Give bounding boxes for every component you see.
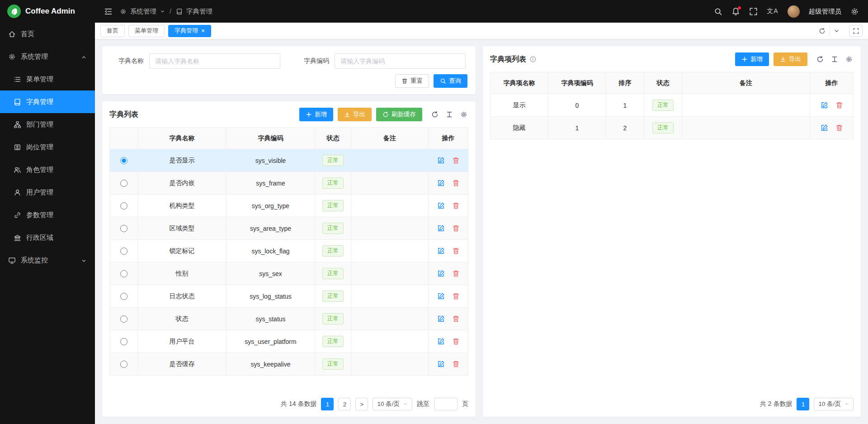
username[interactable]: 超级管理员 (809, 7, 842, 16)
dict-table-row[interactable]: 区域类型 sys_area_type 正常 (110, 217, 468, 240)
sidebar-item-region-mgmt[interactable]: 行政区域 (0, 226, 95, 249)
jump-page-input[interactable] (434, 398, 458, 410)
delete-icon[interactable] (452, 157, 460, 164)
page-1-button[interactable]: 1 (321, 398, 334, 410)
edit-icon[interactable] (437, 202, 445, 210)
row-radio[interactable] (120, 338, 127, 345)
tab-menu-mgmt[interactable]: 菜单管理 (128, 25, 165, 37)
chevron-down-icon[interactable] (829, 25, 844, 37)
sidebar-item-home[interactable]: 首页 (0, 23, 95, 45)
page-1-button[interactable]: 1 (797, 398, 809, 410)
export-dict-button[interactable]: 导出 (338, 108, 372, 121)
content-fullscreen-icon[interactable] (849, 25, 863, 37)
edit-icon[interactable] (437, 292, 445, 300)
table-density-icon[interactable] (445, 110, 454, 119)
translate-icon[interactable]: 文A (767, 7, 778, 15)
tab-dict-mgmt[interactable]: 字典管理× (168, 25, 211, 37)
refresh-icon[interactable] (816, 55, 825, 64)
dict-table-row[interactable]: 状态 sys_status 正常 (110, 308, 468, 330)
page-2-button[interactable]: 2 (338, 398, 351, 410)
page-size-select[interactable]: 10 条/页 (373, 398, 412, 410)
delete-icon[interactable] (452, 338, 460, 345)
query-button[interactable]: 查询 (434, 74, 467, 88)
row-radio[interactable] (120, 180, 127, 187)
dict-table-row[interactable]: 日志状态 sys_log_status 正常 (110, 285, 468, 308)
refresh-cache-button[interactable]: 刷新缓存 (376, 108, 422, 121)
row-radio[interactable] (120, 225, 127, 232)
sidebar-submenu-system: 菜单管理 字典管理 部门管理 岗位管理 角色管理 用户管理 (0, 68, 95, 249)
dict-table-row[interactable]: 锁定标记 sys_lock_flag 正常 (110, 240, 468, 262)
edit-icon[interactable] (821, 124, 828, 132)
row-radio[interactable] (120, 157, 127, 164)
edit-icon[interactable] (437, 360, 445, 368)
sidebar-group-system[interactable]: 系统管理 (0, 45, 95, 68)
delete-icon[interactable] (835, 101, 843, 109)
delete-icon[interactable] (452, 247, 460, 255)
dict-table-row[interactable]: 用户平台 sys_user_platform 正常 (110, 330, 468, 353)
app-logo[interactable]: Coffee Admin (0, 0, 95, 23)
add-dict-button[interactable]: 新增 (299, 108, 333, 121)
delete-icon[interactable] (452, 202, 460, 210)
dict-table-row[interactable]: 机构类型 sys_org_type 正常 (110, 195, 468, 217)
edit-icon[interactable] (437, 338, 445, 345)
sidebar-group-monitor[interactable]: 系统监控 (0, 249, 95, 272)
export-dict-item-button[interactable]: 导出 (774, 52, 807, 66)
sidebar-item-post-mgmt[interactable]: 岗位管理 (0, 136, 95, 158)
dict-table-row[interactable]: 是否内嵌 sys_frame 正常 (110, 172, 468, 195)
sidebar-item-dept-mgmt[interactable]: 部门管理 (0, 113, 95, 136)
refresh-icon[interactable] (815, 25, 829, 37)
refresh-icon[interactable] (430, 110, 439, 119)
fullscreen-icon[interactable] (749, 7, 758, 16)
edit-icon[interactable] (437, 179, 445, 187)
tab-home[interactable]: 首页 (100, 25, 125, 37)
sidebar-item-role-mgmt[interactable]: 角色管理 (0, 158, 95, 181)
next-page-button[interactable]: > (355, 398, 368, 410)
breadcrumb-group[interactable]: 系统管理 (130, 7, 156, 16)
page-size-select[interactable]: 10 条/页 (814, 398, 854, 410)
sidebar-item-menu-mgmt[interactable]: 菜单管理 (0, 68, 95, 91)
edit-icon[interactable] (821, 101, 828, 109)
delete-icon[interactable] (835, 124, 843, 132)
dict-item-row[interactable]: 隐藏 1 2 正常 (491, 117, 854, 139)
delete-icon[interactable] (452, 270, 460, 277)
row-radio[interactable] (120, 202, 127, 210)
edit-icon[interactable] (437, 157, 445, 164)
row-radio[interactable] (120, 248, 127, 255)
reset-button[interactable]: 重置 (395, 74, 429, 88)
delete-icon[interactable] (452, 179, 460, 187)
dict-table-row[interactable]: 是否显示 sys_visible 正常 (110, 149, 468, 172)
dict-table-row[interactable]: 是否缓存 sys_keepalive 正常 (110, 353, 468, 376)
avatar[interactable] (788, 5, 800, 18)
sidebar-item-param-mgmt[interactable]: 参数管理 (0, 204, 95, 226)
add-dict-item-button[interactable]: 新增 (735, 52, 769, 66)
row-radio[interactable] (120, 361, 127, 368)
column-settings-gear-icon[interactable] (844, 55, 854, 64)
row-radio[interactable] (120, 293, 127, 300)
dict-code-input[interactable] (335, 53, 466, 69)
delete-icon[interactable] (452, 360, 460, 368)
menu-fold-icon[interactable] (104, 7, 113, 16)
close-icon[interactable]: × (201, 28, 205, 34)
delete-icon[interactable] (452, 224, 460, 232)
row-radio[interactable] (120, 315, 127, 323)
settings-gear-icon[interactable] (850, 7, 859, 16)
table-density-icon[interactable] (830, 55, 839, 64)
sidebar-item-dict-mgmt[interactable]: 字典管理 (0, 91, 95, 113)
edit-icon[interactable] (437, 247, 445, 255)
dict-table-row[interactable]: 性别 sys_sex 正常 (110, 262, 468, 285)
row-radio[interactable] (120, 270, 127, 277)
dict-item-row[interactable]: 显示 0 1 正常 (491, 94, 854, 117)
edit-icon[interactable] (437, 224, 445, 232)
edit-icon[interactable] (437, 315, 445, 323)
sidebar-item-user-mgmt[interactable]: 用户管理 (0, 181, 95, 204)
delete-icon[interactable] (452, 315, 460, 323)
edit-icon[interactable] (437, 270, 445, 277)
info-icon[interactable] (529, 56, 537, 63)
select-cell (110, 217, 138, 240)
search-icon[interactable] (714, 7, 722, 16)
column-settings-gear-icon[interactable] (459, 110, 468, 119)
breadcrumb-current[interactable]: 字典管理 (186, 7, 212, 16)
delete-icon[interactable] (452, 292, 460, 300)
dict-name-input[interactable] (149, 53, 280, 69)
bell-icon[interactable] (731, 7, 740, 16)
